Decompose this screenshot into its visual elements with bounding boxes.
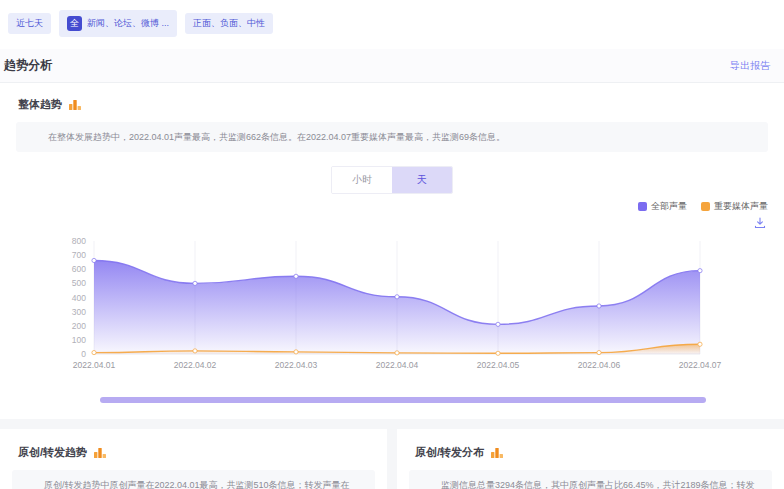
original-repost-trend-summary: 原创/转发趋势中原创声量在2022.04.01最高，共监测510条信息；转发声量… [12,470,375,489]
svg-text:200: 200 [72,321,86,331]
svg-text:700: 700 [72,251,86,261]
svg-text:2022.04.04: 2022.04.04 [376,360,419,370]
svg-text:800: 800 [72,236,86,246]
svg-text:600: 600 [72,265,86,275]
svg-text:2022.04.01: 2022.04.01 [73,360,116,370]
svg-text:400: 400 [72,293,86,303]
overall-trend-card: 整体趋势 在整体发展趋势中，2022.04.01声量最高，共监测662条信息。在… [0,83,784,419]
filter-bar: 近七天 全 新闻、论坛、微博 ... 正面、负面、中性 [0,0,784,49]
page-title: 趋势分析 [4,57,52,74]
award-podium-icon [93,446,107,459]
svg-text:2022.04.02: 2022.04.02 [174,360,217,370]
chart-legend: 全部声量重要媒体声量 [0,198,784,213]
source-type-label: 新闻、论坛、微博 ... [87,19,169,28]
svg-text:2022.04.05: 2022.04.05 [477,360,520,370]
original-repost-trend-title: 原创/转发趋势 [18,445,87,460]
trend-chart: 01002003004005006007008002022.04.012022.… [58,233,784,385]
export-report-link[interactable]: 导出报告 [730,59,770,73]
original-repost-dist-card: 原创/转发分布 监测信息总量3294条信息，其中原创声量占比66.45%，共计2… [397,429,784,489]
section-header: 趋势分析 导出报告 [0,49,784,83]
source-count-badge: 全 [67,16,82,31]
svg-text:0: 0 [81,349,86,359]
legend-label: 重要媒体声量 [714,200,768,213]
svg-text:500: 500 [72,279,86,289]
svg-text:2022.04.06: 2022.04.06 [578,360,621,370]
sentiment-label: 正面、负面、中性 [193,19,265,28]
award-podium-icon [68,98,82,111]
svg-text:2022.04.07: 2022.04.07 [679,360,722,370]
bottom-cards-row: 原创/转发趋势 原创/转发趋势中原创声量在2022.04.01最高，共监测510… [0,429,784,489]
download-chart-icon[interactable] [754,215,766,233]
granularity-toggle: 小时 天 [331,166,453,194]
original-repost-dist-title: 原创/转发分布 [415,445,484,460]
legend-swatch [638,202,647,211]
legend-item[interactable]: 全部声量 [638,200,687,213]
source-type-chip[interactable]: 全 新闻、论坛、微博 ... [59,10,177,37]
toggle-hour-button[interactable]: 小时 [332,167,392,193]
original-repost-trend-card: 原创/转发趋势 原创/转发趋势中原创声量在2022.04.01最高，共监测510… [0,429,387,489]
sentiment-chip[interactable]: 正面、负面、中性 [185,13,273,34]
award-podium-icon [490,446,504,459]
overall-trend-summary: 在整体发展趋势中，2022.04.01声量最高，共监测662条信息。在2022.… [16,122,768,152]
svg-text:100: 100 [72,335,86,345]
legend-label: 全部声量 [651,200,687,213]
legend-swatch [701,202,710,211]
trend-chart-svg[interactable]: 01002003004005006007008002022.04.012022.… [58,233,784,381]
svg-text:300: 300 [72,307,86,317]
original-repost-dist-summary: 监测信息总量3294条信息，其中原创声量占比66.45%，共计2189条信息；转… [409,470,772,489]
toggle-day-button[interactable]: 天 [392,167,452,193]
svg-text:2022.04.03: 2022.04.03 [275,360,318,370]
time-range-chip[interactable]: 近七天 [8,13,51,34]
time-range-label: 近七天 [16,19,43,28]
datazoom-scrollbar[interactable] [100,397,706,403]
overall-trend-title: 整体趋势 [18,97,62,112]
legend-item[interactable]: 重要媒体声量 [701,200,768,213]
